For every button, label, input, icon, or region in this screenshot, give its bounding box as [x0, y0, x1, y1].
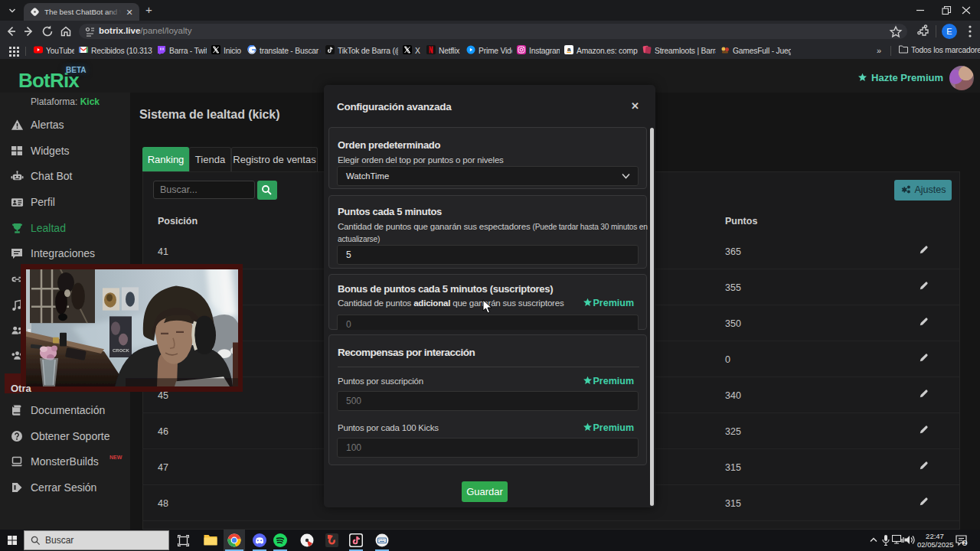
svg-text:CROCK: CROCK: [113, 348, 130, 353]
svg-text:2: 2: [963, 540, 966, 546]
